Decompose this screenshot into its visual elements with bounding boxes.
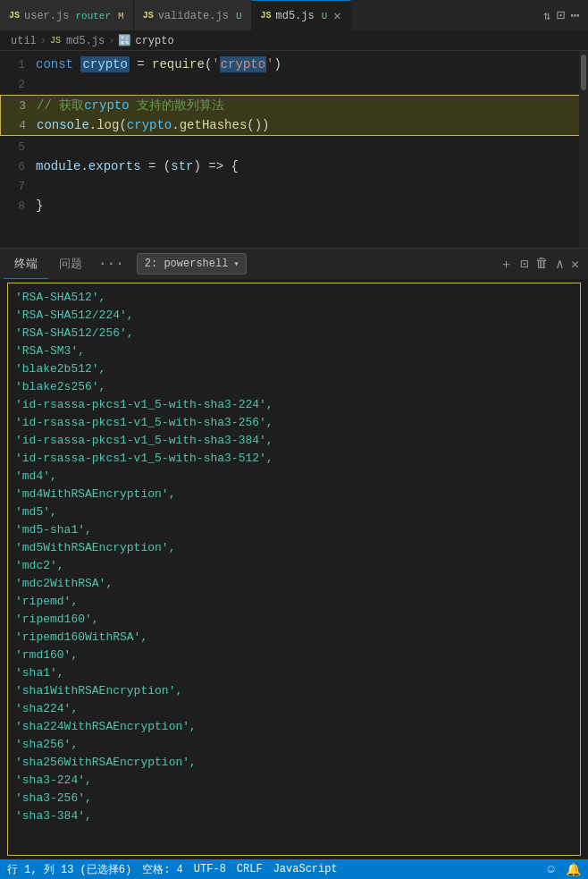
code-line-1: 1 const crypto = require('crypto') — [0, 55, 588, 74]
collapse-panel-icon[interactable]: ∧ — [556, 256, 564, 273]
terminal-inner[interactable]: 'RSA-SHA512','RSA-SHA512/224','RSA-SHA51… — [7, 283, 581, 856]
line-number-8: 8 — [0, 197, 36, 216]
status-position-text: 行 1, 列 13 (已选择6) — [7, 862, 131, 877]
terminal-line: 'sha3-256', — [15, 790, 573, 807]
tab-badge-1: router — [75, 11, 111, 21]
breadcrumb: util › JS md5.js › 🔣 crypto — [0, 31, 588, 51]
terminal-dropdown[interactable]: 2: powershell ▾ — [137, 253, 248, 275]
terminal-line: 'md5', — [15, 503, 573, 521]
terminal-dropdown-label: 2: powershell — [145, 258, 229, 270]
terminal-line: 'mdc2', — [15, 557, 573, 575]
delete-terminal-icon[interactable]: 🗑 — [535, 256, 549, 272]
highlight-block: 3 // 获取crypto 支持的散列算法 4 console.log(cryp… — [0, 95, 588, 136]
js-icon-3: JS — [261, 11, 272, 21]
dropdown-chevron-icon: ▾ — [233, 258, 239, 269]
status-spaces[interactable]: 空格: 4 — [142, 862, 183, 877]
terminal-line: 'RSA-SHA512/256', — [15, 325, 573, 342]
layout-icon[interactable]: ⊡ — [557, 6, 566, 24]
js-icon-1: JS — [9, 11, 20, 21]
status-language[interactable]: JavaScript — [273, 863, 338, 875]
tab-modified-3: U — [322, 11, 328, 21]
status-spaces-text: 空格: 4 — [142, 862, 183, 877]
panel-tab-problems[interactable]: 问题 — [48, 249, 93, 280]
split-terminal-icon[interactable]: ⊡ — [520, 256, 528, 273]
tab-user-js[interactable]: JS user.js router M — [0, 0, 134, 31]
line-content-4: console.log(crypto.getHashes()) — [37, 115, 587, 135]
bell-icon[interactable]: 🔔 — [566, 862, 581, 877]
breadcrumb-util[interactable]: util — [11, 35, 37, 47]
code-line-4: 4 console.log(crypto.getHashes()) — [1, 115, 587, 135]
line-content-2 — [36, 74, 588, 94]
tab-label-1: user.js — [24, 10, 69, 22]
line-number-3: 3 — [1, 97, 37, 116]
status-line-ending[interactable]: CRLF — [237, 863, 263, 875]
panel-actions: ＋ ⊡ 🗑 ∧ ✕ — [500, 256, 584, 273]
code-line-7: 7 — [0, 176, 588, 196]
tab-actions: ⇅ ⊡ ⋯ — [543, 5, 588, 25]
split-editor-icon[interactable]: ⇅ — [543, 8, 550, 23]
editor-area: 1 const crypto = require('crypto') 2 3 /… — [0, 51, 588, 248]
tab-modified-1: M — [118, 11, 124, 21]
status-right-icons: ☺ 🔔 — [548, 862, 581, 877]
line-content-3: // 获取crypto 支持的散列算法 — [37, 96, 587, 115]
status-position[interactable]: 行 1, 列 13 (已选择6) — [7, 862, 131, 877]
breadcrumb-crypto[interactable]: crypto — [135, 35, 173, 47]
line-number-7: 7 — [0, 177, 36, 197]
terminal-line: 'ripemd160WithRSA', — [15, 629, 573, 647]
terminal-line: 'sha224', — [15, 700, 573, 718]
terminal-line: 'sha1', — [15, 664, 573, 682]
terminal-line: 'ripemd', — [15, 593, 573, 611]
line-number-1: 1 — [0, 55, 36, 75]
status-line-ending-text: CRLF — [237, 863, 263, 875]
breadcrumb-symbol-icon: 🔣 — [118, 34, 131, 47]
terminal-line: 'blake2b512', — [15, 360, 573, 378]
terminal-line: 'sha3-224', — [15, 772, 573, 790]
terminal-line: 'md5-sha1', — [15, 521, 573, 539]
panel-header: 终端 问题 ··· 2: powershell ▾ ＋ ⊡ 🗑 ∧ ✕ — [0, 248, 588, 279]
code-line-6: 6 module.exports = (str) => { — [0, 156, 588, 176]
code-line-2: 2 — [0, 74, 588, 94]
status-encoding-text: UTF-8 — [194, 863, 226, 875]
tab-modified-2: U — [236, 11, 242, 21]
code-container: 1 const crypto = require('crypto') 2 3 /… — [0, 51, 588, 219]
line-content-5 — [36, 137, 588, 156]
feedback-icon[interactable]: ☺ — [548, 862, 555, 877]
tab-close-3[interactable]: ✕ — [333, 10, 340, 22]
terminal-line: 'sha224WithRSAEncryption', — [15, 718, 573, 736]
terminal-line: 'blake2s256', — [15, 378, 573, 396]
status-encoding[interactable]: UTF-8 — [194, 863, 226, 875]
terminal-line: 'RSA-SHA512/224', — [15, 307, 573, 325]
terminal-line: 'mdc2WithRSA', — [15, 575, 573, 593]
terminal-line: 'sha256WithRSAEncryption', — [15, 754, 573, 772]
more-actions-icon[interactable]: ⋯ — [570, 5, 581, 25]
line-content-1: const crypto = require('crypto') — [36, 55, 588, 74]
close-panel-icon[interactable]: ✕ — [571, 256, 579, 273]
code-line-3: 3 // 获取crypto 支持的散列算法 — [1, 96, 587, 115]
editor-scrollbar[interactable] — [579, 51, 588, 248]
code-line-5: 5 — [0, 137, 588, 156]
terminal-line: 'sha256', — [15, 736, 573, 754]
terminal-line: 'md4', — [15, 468, 573, 486]
line-number-6: 6 — [0, 157, 36, 177]
tab-md5-js[interactable]: JS md5.js U ✕ — [252, 0, 351, 31]
line-number-5: 5 — [0, 138, 36, 157]
line-content-7 — [36, 176, 588, 196]
breadcrumb-md5js[interactable]: md5.js — [66, 35, 105, 47]
tab-validate-js[interactable]: JS validate.js U — [134, 0, 252, 31]
terminal-line: 'sha3-384', — [15, 807, 573, 825]
terminal-line: 'md5WithRSAEncryption', — [15, 539, 573, 557]
terminal-line: 'sha1WithRSAEncryption', — [15, 682, 573, 700]
line-content-8: } — [36, 196, 588, 216]
panel-more-tabs[interactable]: ··· — [93, 256, 130, 272]
code-line-8: 8 } — [0, 196, 588, 216]
terminal-line: 'rmd160', — [15, 647, 573, 664]
status-language-text: JavaScript — [273, 863, 338, 875]
terminal-line: 'id-rsassa-pkcs1-v1_5-with-sha3-384', — [15, 432, 573, 450]
tab-bar: JS user.js router M JS validate.js U JS … — [0, 0, 588, 31]
tab-label-3: md5.js — [276, 10, 315, 22]
terminal-line: 'ripemd160', — [15, 611, 573, 629]
panel-tab-terminal[interactable]: 终端 — [4, 249, 48, 280]
tab-label-2: validate.js — [158, 10, 229, 22]
add-terminal-icon[interactable]: ＋ — [500, 256, 513, 273]
terminal-line: 'id-rsassa-pkcs1-v1_5-with-sha3-512', — [15, 450, 573, 468]
